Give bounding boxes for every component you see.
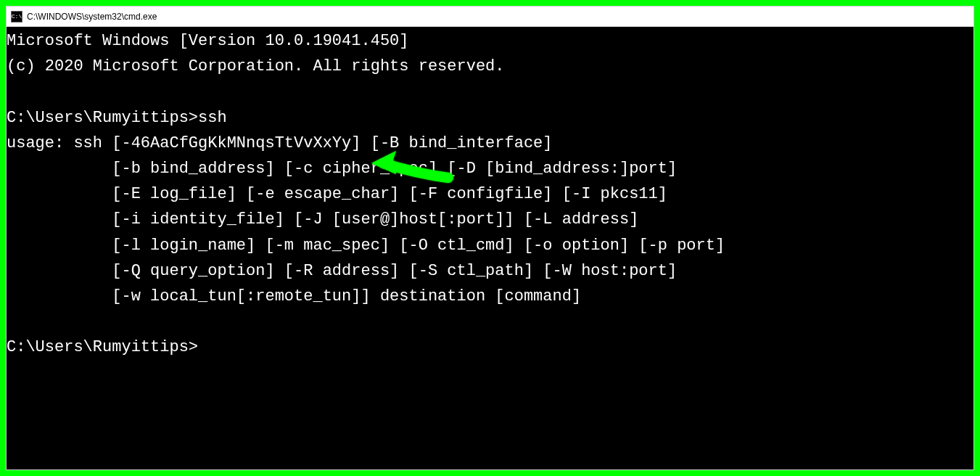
terminal-line: [-E log_file] [-e escape_char] [-F confi… (7, 185, 667, 203)
terminal-line: [-l login_name] [-m mac_spec] [-O ctl_cm… (7, 237, 725, 255)
cmd-window: C:\ C:\WINDOWS\system32\cmd.exe Microsof… (6, 6, 974, 470)
terminal-output[interactable]: Microsoft Windows [Version 10.0.19041.45… (7, 27, 973, 469)
terminal-line: usage: ssh [-46AaCfGgKkMNnqsTtVvXxYy] [-… (7, 134, 553, 152)
terminal-line: C:\Users\Rumyittips> (7, 338, 198, 356)
terminal-line: [-w local_tun[:remote_tun]] destination … (7, 287, 581, 305)
terminal-line: [-b bind_address] [-c cipher_spec] [-D [… (7, 160, 677, 178)
terminal-line: Microsoft Windows [Version 10.0.19041.45… (7, 32, 409, 50)
titlebar[interactable]: C:\ C:\WINDOWS\system32\cmd.exe (7, 7, 973, 27)
cmd-icon: C:\ (11, 11, 22, 22)
window-title: C:\WINDOWS\system32\cmd.exe (27, 12, 157, 22)
terminal-line: [-i identity_file] [-J [user@]host[:port… (7, 210, 638, 229)
terminal-line: [-Q query_option] [-R address] [-S ctl_p… (7, 262, 677, 280)
terminal-line: C:\Users\Rumyittips>ssh (7, 109, 227, 127)
terminal-line: (c) 2020 Microsoft Corporation. All righ… (7, 57, 505, 75)
